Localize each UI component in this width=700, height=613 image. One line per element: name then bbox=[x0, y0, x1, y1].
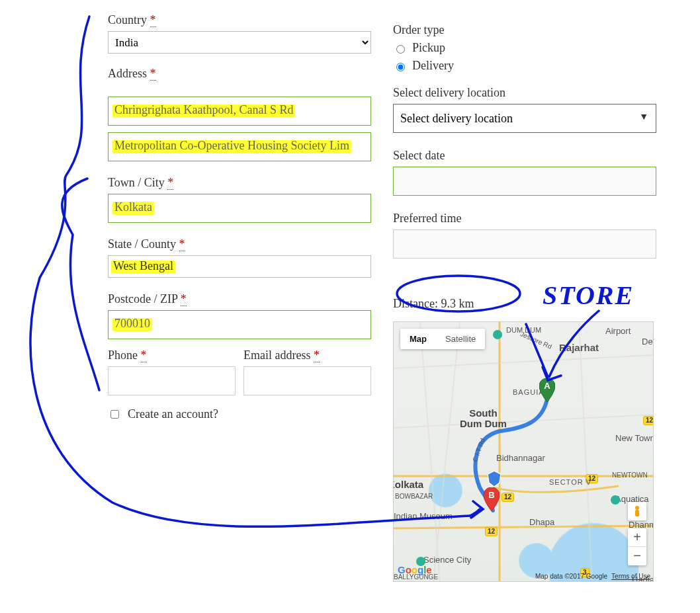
map-label-kolkata: Kolkata bbox=[393, 479, 423, 490]
map-label-rajarhat: Rajarhat bbox=[559, 342, 599, 353]
zoom-out-button[interactable]: − bbox=[628, 547, 646, 565]
map-label-sector-v: SECTOR V bbox=[549, 478, 591, 486]
map-type-map[interactable]: Map bbox=[400, 329, 436, 349]
email-label: Email address * bbox=[243, 348, 371, 362]
road-badge-12: 12 bbox=[485, 527, 498, 536]
time-input[interactable] bbox=[393, 229, 656, 259]
postcode-input[interactable] bbox=[108, 310, 371, 339]
road-badge-12: 12 bbox=[502, 493, 514, 502]
poi-dum-dum-icon bbox=[493, 330, 502, 339]
map-label-dean: Dean bbox=[642, 337, 654, 347]
svg-rect-4 bbox=[635, 510, 639, 516]
road-badge-12: 12 bbox=[643, 416, 654, 425]
billing-form: Country * India Address * Chringrighata … bbox=[108, 0, 371, 421]
svg-text:B: B bbox=[488, 490, 494, 500]
address-line2-input[interactable] bbox=[108, 132, 371, 161]
pickup-radio[interactable] bbox=[396, 45, 405, 54]
svg-text:A: A bbox=[544, 381, 550, 391]
map-route bbox=[394, 322, 654, 582]
delivery-location-label: Select delivery location bbox=[393, 86, 656, 100]
phone-label: Phone * bbox=[108, 348, 236, 362]
map[interactable]: A B 12 12 12 12 3 SouthDum Dum Rajarhat bbox=[393, 321, 654, 582]
country-label: Country * bbox=[108, 13, 371, 27]
postcode-label: Postcode / ZIP * bbox=[108, 292, 371, 306]
order-panel: Order type Pickup Delivery Select delive… bbox=[393, 0, 656, 582]
pickup-label: Pickup bbox=[412, 41, 445, 55]
zoom-control: + − bbox=[628, 528, 646, 565]
map-label-bidhannagar: Bidhannagar bbox=[496, 453, 545, 463]
email-input[interactable] bbox=[243, 366, 371, 395]
state-select[interactable]: West Bengal bbox=[108, 255, 371, 278]
svg-point-3 bbox=[635, 506, 639, 510]
map-marker-a: A bbox=[539, 378, 555, 402]
preferred-time-label: Preferred time bbox=[393, 212, 656, 225]
select-date-label: Select date bbox=[393, 149, 656, 163]
map-type-satellite[interactable]: Satellite bbox=[436, 329, 485, 349]
poi-aquatica-icon bbox=[611, 495, 620, 505]
phone-input[interactable] bbox=[108, 366, 236, 395]
map-label-new-town: New Town bbox=[615, 433, 654, 443]
terms-link[interactable]: Terms of Use bbox=[611, 573, 650, 580]
map-label-airport: Airport bbox=[605, 326, 631, 336]
state-label: State / County * bbox=[108, 237, 371, 251]
city-input[interactable] bbox=[108, 194, 371, 223]
delivery-location-select[interactable]: Select delivery location bbox=[393, 104, 656, 133]
map-label-indian-museum: Indian Museum bbox=[394, 511, 453, 521]
svg-text:Google: Google bbox=[398, 564, 432, 575]
map-label-bowbazar: BOWBAZAR bbox=[395, 493, 433, 500]
address-label: Address * bbox=[108, 67, 371, 81]
map-label-south-dum-dum: SouthDum Dum bbox=[460, 408, 507, 429]
country-select[interactable]: India bbox=[108, 31, 371, 54]
zoom-in-button[interactable]: + bbox=[628, 528, 646, 547]
map-label-dhapa: Dhapa bbox=[529, 517, 554, 527]
address-line1-input[interactable] bbox=[108, 97, 371, 126]
date-input[interactable] bbox=[393, 167, 656, 196]
map-marker-b: B bbox=[484, 487, 500, 511]
map-attribution: Map data ©2017 GoogleTerms of Use bbox=[535, 573, 650, 580]
create-account-label: Create an account? bbox=[128, 407, 218, 421]
google-logo: Google bbox=[398, 563, 436, 580]
map-label-newtown-small: NEWTOWN bbox=[612, 471, 648, 479]
map-type-control[interactable]: Map Satellite bbox=[400, 329, 485, 349]
delivery-label: Delivery bbox=[412, 59, 454, 73]
distance-text: Distance: 9.3 km bbox=[393, 297, 656, 311]
pegman-control[interactable] bbox=[628, 502, 646, 520]
order-type-label: Order type bbox=[393, 23, 656, 37]
delivery-radio[interactable] bbox=[396, 63, 405, 71]
create-account-checkbox[interactable] bbox=[110, 410, 119, 419]
city-label: Town / City * bbox=[108, 176, 371, 190]
route-shield-icon bbox=[488, 471, 501, 487]
